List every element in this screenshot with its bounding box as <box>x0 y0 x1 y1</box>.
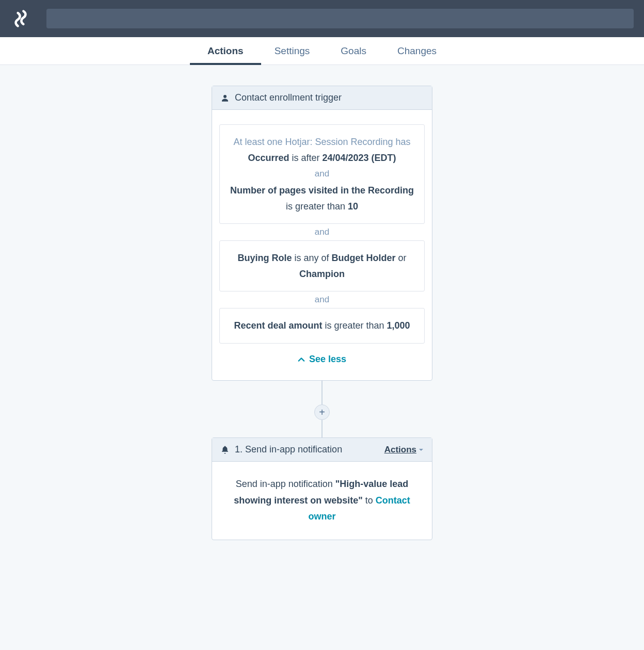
action-body-to: to <box>363 495 376 506</box>
trigger-title: Contact enrollment trigger <box>235 92 342 103</box>
tab-actions[interactable]: Actions <box>207 37 244 64</box>
criteria-condition-1: At least one Hotjar: Session Recording h… <box>220 125 424 223</box>
bell-icon <box>220 445 230 454</box>
criteria-group: At least one Hotjar: Session Recording h… <box>219 124 425 344</box>
contact-icon <box>220 93 230 103</box>
action-card-1[interactable]: 1. Send in-app notification Actions Send… <box>212 437 432 540</box>
criteria-inner-and: and <box>228 166 416 183</box>
criteria-val-1: 24/04/2023 (EDT) <box>323 153 396 163</box>
action-card-header: 1. Send in-app notification Actions <box>212 438 432 462</box>
criteria-subgroup-1[interactable]: At least one Hotjar: Session Recording h… <box>219 124 425 224</box>
trigger-card-header: Contact enrollment trigger <box>212 86 432 110</box>
action-body-pre: Send in-app notification <box>236 479 335 489</box>
criteria-prop-2: Number of pages visited in the Recording <box>230 185 414 196</box>
see-less-label: See less <box>309 354 346 365</box>
criteria-condition-4[interactable]: Recent deal amount is greater than 1,000 <box>219 308 425 344</box>
criteria-outer-and-2: and <box>219 291 425 308</box>
criteria-prop-1: Occurred <box>248 153 289 163</box>
action-menu-button[interactable]: Actions <box>384 445 424 455</box>
app-logo-icon <box>10 8 31 29</box>
criteria-val-3a: Budget Holder <box>332 253 396 263</box>
criteria-op-1: is after <box>289 153 322 163</box>
trigger-card-body: At least one Hotjar: Session Recording h… <box>212 110 432 380</box>
connector: + <box>314 381 330 437</box>
chevron-up-icon <box>298 356 305 363</box>
workflow-canvas: Contact enrollment trigger At least one … <box>0 65 644 571</box>
criteria-prop-4: Recent deal amount <box>234 320 322 331</box>
criteria-val-4: 1,000 <box>387 320 410 331</box>
add-action-button[interactable]: + <box>314 404 330 420</box>
criteria-line-1: Occurred is after 24/04/2023 (EDT) <box>228 150 416 166</box>
topbar <box>0 0 644 37</box>
tab-goals[interactable]: Goals <box>341 37 366 64</box>
criteria-val-2: 10 <box>348 201 358 212</box>
criteria-line-4: Recent deal amount is greater than 1,000 <box>228 318 416 334</box>
see-less-toggle[interactable]: See less <box>219 354 425 365</box>
action-card-body: Send in-app notification "High-value lea… <box>212 462 432 540</box>
criteria-condition-3[interactable]: Buying Role is any of Budget Holder or C… <box>219 240 425 291</box>
criteria-outer-and-1: and <box>219 224 425 240</box>
svg-point-0 <box>223 95 227 98</box>
criteria-line-3: Buying Role is any of Budget Holder or C… <box>228 250 416 282</box>
criteria-op-2: is greater than <box>286 201 348 212</box>
tabbar: Actions Settings Goals Changes <box>0 37 644 65</box>
tab-settings[interactable]: Settings <box>275 37 310 64</box>
criteria-val-3b: Champion <box>299 269 345 279</box>
criteria-intro: At least one Hotjar: Session Recording h… <box>228 134 416 150</box>
plus-icon: + <box>319 407 325 417</box>
criteria-line-2: Number of pages visited in the Recording… <box>228 183 416 214</box>
criteria-or-3: or <box>396 253 407 263</box>
criteria-prop-3: Buying Role <box>237 253 292 263</box>
action-title: 1. Send in-app notification <box>235 444 342 455</box>
enrollment-trigger-card[interactable]: Contact enrollment trigger At least one … <box>212 86 432 381</box>
caret-down-icon <box>418 447 424 452</box>
action-menu-label: Actions <box>384 445 416 455</box>
connector-line-bottom <box>321 420 323 437</box>
connector-line-top <box>321 381 323 404</box>
criteria-op-4: is greater than <box>322 320 387 331</box>
tab-changes[interactable]: Changes <box>397 37 437 64</box>
criteria-op-3: is any of <box>292 253 331 263</box>
search-input[interactable] <box>46 9 634 28</box>
